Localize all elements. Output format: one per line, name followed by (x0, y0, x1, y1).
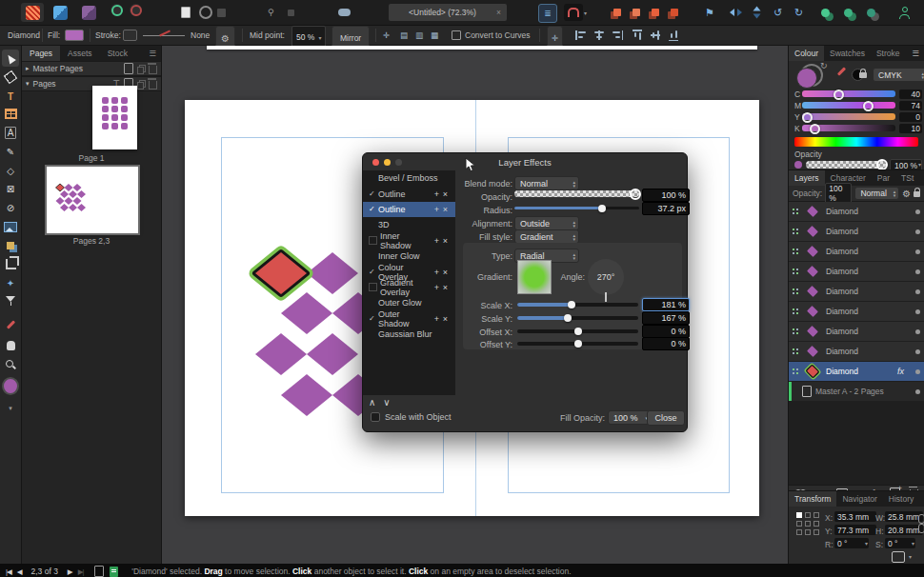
duplicate-page-icon[interactable] (137, 80, 145, 89)
anchor-point-selector[interactable] (796, 512, 819, 535)
offset-y-value[interactable]: 0 % (642, 337, 690, 350)
flip-horizontal-button[interactable] (730, 4, 742, 21)
boolean-subtract-button[interactable] (844, 4, 853, 21)
insert-inside-button[interactable]: ▦ (431, 26, 438, 45)
remove-icon[interactable]: × (441, 236, 450, 246)
spectrum-bar[interactable] (794, 137, 918, 147)
rotation-field[interactable]: 0 ° (834, 538, 869, 548)
flip-vertical-button[interactable] (751, 4, 763, 21)
tab-history[interactable]: History (883, 491, 919, 507)
snapping-options-chevron[interactable]: ▾ (584, 4, 587, 21)
fill-style-dropdown[interactable]: Gradient▴▾ (514, 229, 579, 244)
layers-blend-dropdown[interactable]: Normal▴▾ (854, 187, 899, 200)
vector-crop-tool[interactable] (2, 255, 19, 272)
photo-persona-button[interactable] (53, 4, 68, 21)
align-right-button[interactable] (612, 26, 623, 45)
layer-row[interactable]: Diamond (789, 322, 924, 342)
lock-icon[interactable] (859, 72, 867, 78)
scale-y-value[interactable]: 167 % (642, 311, 690, 325)
blend-mode-dropdown[interactable]: Normal▴▾ (514, 176, 579, 190)
checkbox-icon[interactable] (369, 283, 377, 291)
pin-button[interactable]: ⚲ (268, 4, 274, 21)
layer-row[interactable]: Diamond (789, 342, 924, 362)
lock-icon[interactable] (914, 191, 920, 197)
effect-item-outline-2[interactable]: ✓Outline+× (363, 202, 455, 217)
effect-item-outer-shadow[interactable]: ✓Outer Shadow+× (363, 311, 455, 327)
next-page-button[interactable]: ▶ (68, 567, 72, 576)
effect-item-inner-shadow[interactable]: Inner Shadow+× (363, 233, 455, 249)
effect-item-outline-1[interactable]: ✓Outline+× (363, 186, 455, 201)
align-bottom-button[interactable] (668, 26, 679, 45)
delete-page-icon[interactable] (149, 81, 157, 90)
move-forward-button[interactable] (633, 4, 640, 21)
eyedropper-icon[interactable] (837, 67, 846, 75)
place-image-tool[interactable] (2, 237, 19, 254)
tools-overflow-chevron[interactable]: ▾ (2, 400, 19, 417)
previous-page-button[interactable]: ◀ (17, 567, 22, 576)
rotate-ccw-button[interactable]: ↺ (773, 4, 782, 21)
black-value[interactable]: 10 (899, 124, 922, 133)
layer-row[interactable]: Diamond (789, 262, 924, 282)
transform-panel-menu[interactable]: ☰ (919, 491, 924, 507)
text-flow-toggle[interactable]: ≣ (538, 4, 557, 23)
document-tab[interactable]: <Untitled> (72.3%) × (389, 4, 507, 21)
pages-panel-menu[interactable]: ☰ (144, 46, 161, 61)
scale-x-handle[interactable] (568, 301, 575, 308)
offset-x-handle[interactable] (574, 328, 582, 335)
link-dimensions-icon[interactable] (918, 514, 924, 524)
close-icon[interactable]: × (496, 8, 501, 17)
align-middle-button[interactable] (650, 26, 661, 45)
account-button[interactable] (899, 4, 911, 21)
tab-navigator[interactable]: Navigator (836, 491, 882, 507)
opacity-value[interactable]: 100 % (642, 189, 690, 202)
collapsed-icon[interactable]: ▸ (26, 65, 30, 72)
visibility-dot-icon[interactable] (915, 229, 920, 234)
layers-empty-area[interactable] (789, 402, 924, 485)
duplicate-master-icon[interactable] (137, 65, 145, 73)
remove-icon[interactable]: × (441, 189, 450, 199)
rotate-cw-button[interactable]: ↻ (794, 4, 803, 21)
visibility-dot-icon[interactable] (915, 209, 920, 214)
layer-row-selected[interactable]: Diamondfx (789, 362, 924, 382)
designer-persona-button[interactable] (21, 3, 44, 22)
insert-on-top-button[interactable]: ▥ (415, 26, 423, 45)
master-layer-row[interactable]: Master A - 2 Pages (789, 382, 924, 402)
stroke-style-value[interactable]: None (191, 26, 210, 45)
page-preview-icon[interactable] (94, 566, 104, 577)
visibility-dot-icon[interactable] (915, 369, 920, 374)
offset-x-value[interactable]: 0 % (642, 325, 690, 338)
share-button[interactable] (338, 4, 351, 21)
transform-origin-button[interactable] (892, 551, 905, 563)
visibility-dot-icon[interactable] (915, 269, 920, 274)
scale-y-slider[interactable] (517, 316, 638, 320)
preflight-icon[interactable] (110, 567, 118, 577)
tab-stroke[interactable]: Stroke (871, 46, 906, 61)
layers-opacity-value[interactable]: 100 % (825, 183, 852, 204)
add-master-icon[interactable] (124, 63, 133, 74)
master-pages-header[interactable]: ▸ Master Pages (22, 61, 161, 76)
check-icon[interactable]: ✓ (369, 189, 378, 198)
magenta-value[interactable]: 74 (899, 101, 922, 110)
snapshot-button[interactable] (288, 4, 294, 21)
effect-item-gradient-overlay[interactable]: Gradient Overlay+× (363, 280, 455, 295)
black-slider[interactable] (802, 125, 895, 131)
transparency-tool[interactable] (2, 293, 19, 310)
view-tool[interactable] (2, 337, 19, 354)
add-icon[interactable]: + (432, 268, 441, 277)
cyan-handle[interactable] (834, 90, 844, 100)
frame-text-tool[interactable]: T (2, 88, 19, 105)
scale-with-object-control[interactable]: Scale with Object (371, 412, 452, 422)
remove-icon[interactable]: × (441, 205, 450, 214)
move-effect-down-icon[interactable]: ∨ (383, 397, 390, 408)
node-tool[interactable] (2, 69, 19, 86)
move-to-front-button[interactable] (613, 4, 621, 21)
radius-value[interactable]: 37.2 px (642, 202, 690, 215)
tab-colour[interactable]: Colour (789, 46, 824, 61)
ellipse-frame-tool[interactable]: ⊘ (2, 199, 19, 216)
last-page-button[interactable]: ▶| (78, 567, 84, 576)
layer-row[interactable]: Diamond (789, 282, 924, 302)
first-page-button[interactable]: |◀ (6, 567, 11, 576)
boolean-add-button[interactable] (821, 4, 830, 21)
insertion-target-button[interactable]: ✛ (383, 26, 390, 45)
shape-tool[interactable]: ◇ (2, 162, 19, 179)
